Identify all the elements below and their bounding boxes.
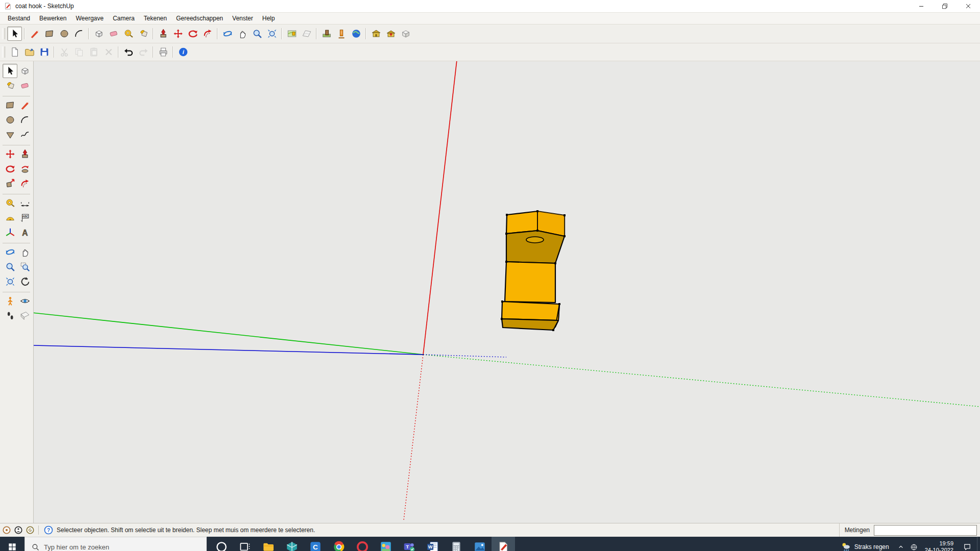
tool-move-button[interactable] [170, 27, 185, 41]
palette-zoom-window-button[interactable] [17, 260, 32, 274]
weather-widget[interactable]: Straks regen [835, 541, 894, 551]
network-tray-icon[interactable] [908, 537, 921, 551]
palette-zoom-button[interactable] [3, 260, 17, 274]
palette-eraser-button[interactable] [17, 79, 32, 93]
menu-venster[interactable]: Venster [228, 13, 258, 23]
menu-camera[interactable]: Camera [108, 13, 139, 23]
tool-tape-measure-button[interactable] [121, 27, 136, 41]
taskbar-file-explorer[interactable] [257, 537, 280, 551]
tool-get-models-button[interactable] [369, 27, 383, 41]
measurements-input[interactable] [874, 525, 977, 536]
claim-credit-icon[interactable] [13, 525, 23, 535]
taskbar-chrome[interactable] [327, 537, 351, 551]
taskbar-photos[interactable] [468, 537, 492, 551]
notification-center-button[interactable] [958, 537, 977, 551]
palette-polygon-button[interactable] [3, 128, 17, 142]
taskbar-3d-app[interactable] [280, 537, 304, 551]
palette-previous-button[interactable] [17, 274, 32, 289]
menu-tekenen[interactable]: Tekenen [139, 13, 172, 23]
taskbar-search[interactable]: Typ hier om te zoeken [24, 537, 207, 551]
restore-button[interactable] [933, 0, 957, 12]
tool-orbit-button[interactable] [220, 27, 235, 41]
palette-zoom-extents-button[interactable] [3, 274, 17, 289]
palette-dimension-button[interactable] [17, 196, 32, 210]
tool-arc-button[interactable] [71, 27, 86, 41]
palette-freehand-button[interactable] [17, 128, 32, 142]
standard-copy-button[interactable] [71, 45, 86, 59]
toolbar-grip[interactable] [2, 28, 5, 39]
standard-undo-button[interactable] [121, 45, 136, 59]
close-button[interactable] [957, 0, 980, 12]
palette-rotate-button[interactable] [3, 162, 17, 176]
menu-bewerken[interactable]: Bewerken [35, 13, 71, 23]
palette-axes-button[interactable] [3, 226, 17, 240]
menu-gereedschappen[interactable]: Gereedschappen [172, 13, 228, 23]
sign-in-icon[interactable]: G [25, 525, 35, 535]
taskbar-clock[interactable]: 19:59 24-10-2022 [921, 540, 958, 551]
standard-paste-button[interactable] [86, 45, 101, 59]
palette-walk-button[interactable] [3, 309, 17, 323]
standard-new-button[interactable] [7, 45, 22, 59]
palette-orbit-button[interactable] [3, 245, 17, 259]
tool-add-building-button[interactable] [334, 27, 349, 41]
standard-print-button[interactable] [156, 45, 170, 59]
tool-zoom-extents-button[interactable] [264, 27, 279, 41]
taskbar-word[interactable]: W [421, 537, 445, 551]
palette-push-pull-button[interactable] [17, 147, 32, 161]
tool-line-button[interactable] [27, 27, 42, 41]
tool-toggle-terrain-button[interactable] [299, 27, 314, 41]
palette-arc-button[interactable] [17, 113, 32, 127]
standard-cut-button[interactable] [57, 45, 71, 59]
taskbar-sims4[interactable] [374, 537, 398, 551]
start-button[interactable] [0, 537, 24, 551]
standard-delete-button[interactable] [101, 45, 116, 59]
tool-make-component-button[interactable] [91, 27, 106, 41]
palette-protractor-button[interactable] [3, 211, 17, 225]
palette-follow-me-button[interactable] [17, 162, 32, 176]
palette-make-component-button[interactable] [17, 64, 32, 78]
palette-scale-button[interactable] [3, 177, 17, 191]
drawing-viewport[interactable] [34, 61, 980, 523]
tool-select-button[interactable] [7, 27, 22, 41]
tool-pan-button[interactable] [235, 27, 250, 41]
taskbar-clipchamp[interactable]: C [304, 537, 327, 551]
tool-circle-button[interactable] [57, 27, 71, 41]
standard-model-info-button[interactable]: i [176, 45, 190, 59]
tool-offset-button[interactable] [200, 27, 215, 41]
menu-weergave[interactable]: Weergave [71, 13, 108, 23]
palette-rectangle-button[interactable] [3, 98, 17, 112]
help-icon[interactable]: ? [43, 525, 54, 535]
palette-look-around-button[interactable] [17, 294, 32, 308]
palette-section-plane-button[interactable] [17, 309, 32, 323]
standard-open-button[interactable] [22, 45, 37, 59]
tool-photo-textures-button[interactable] [319, 27, 334, 41]
standard-save-button[interactable] [37, 45, 52, 59]
taskbar-teams[interactable]: T [398, 537, 421, 551]
palette-line-button[interactable] [17, 98, 32, 112]
tool-push-pull-button[interactable] [156, 27, 170, 41]
taskbar-sketchup[interactable] [492, 537, 515, 551]
toolbar-grip[interactable] [2, 46, 5, 58]
tool-eraser-button[interactable] [106, 27, 121, 41]
palette-select-button[interactable] [3, 64, 17, 78]
taskbar-opera[interactable] [351, 537, 374, 551]
tool-google-earth-button[interactable] [349, 27, 363, 41]
taskbar-task-view[interactable] [233, 537, 257, 551]
menu-help[interactable]: Help [258, 13, 280, 23]
standard-redo-button[interactable] [136, 45, 151, 59]
palette-text-button[interactable]: ABC [17, 211, 32, 225]
minimize-button[interactable] [910, 0, 933, 12]
tool-rotate-button[interactable] [185, 27, 200, 41]
tool-paint-bucket-button[interactable] [136, 27, 151, 41]
tool-send-to-layout-button[interactable] [398, 27, 413, 41]
palette-position-camera-button[interactable] [3, 294, 17, 308]
palette-tape-measure-button[interactable] [3, 196, 17, 210]
hidden-icons-chevron[interactable] [894, 537, 908, 551]
palette-move-button[interactable] [3, 147, 17, 161]
palette-3d-text-button[interactable]: A [17, 226, 32, 240]
tool-add-location-button[interactable] [284, 27, 299, 41]
palette-offset-button[interactable] [17, 177, 32, 191]
geolocation-status-icon[interactable] [2, 525, 12, 535]
taskbar-cortana[interactable] [210, 537, 233, 551]
palette-circle-button[interactable] [3, 113, 17, 127]
